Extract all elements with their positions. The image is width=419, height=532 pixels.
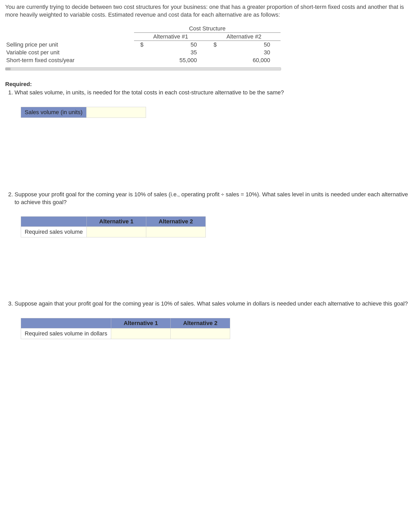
group-header: Cost Structure — [134, 25, 281, 33]
q2-input-alt1[interactable] — [87, 227, 146, 237]
currency-symbol: $ — [134, 41, 154, 49]
q3-input-alt1[interactable] — [111, 328, 170, 339]
question-3: Suppose again that your profit goal for … — [15, 300, 414, 308]
cost-structure-table: Cost Structure Alternative #1 Alternativ… — [5, 25, 281, 64]
question-1: What sales volume, in units, is needed f… — [15, 89, 414, 96]
cell-value: 35 — [154, 49, 207, 56]
required-heading: Required: — [5, 81, 414, 88]
q3-row-label: Required sales volume in dollars — [21, 328, 111, 339]
currency-symbol — [134, 49, 154, 56]
q3-answer-table: Alternative 1 Alternative 2 Required sal… — [21, 318, 230, 339]
cell-value: 50 — [228, 41, 281, 49]
row-label: Variable cost per unit — [5, 49, 134, 56]
q3-input-alt2[interactable] — [170, 328, 230, 339]
q2-input-alt2[interactable] — [146, 227, 205, 237]
q2-row-label: Required sales volume — [21, 227, 87, 237]
scrollbar-thumb[interactable] — [5, 68, 11, 70]
currency-symbol — [207, 49, 228, 56]
q1-input[interactable] — [86, 107, 146, 118]
col-header-2: Alternative #2 — [207, 33, 281, 41]
col-header-1: Alternative #1 — [134, 33, 207, 41]
table-row: Short-term fixed costs/year 55,000 60,00… — [5, 56, 281, 64]
currency-symbol — [207, 56, 228, 64]
table-row: Selling price per unit $ 50 $ 50 — [5, 41, 281, 49]
table-row: Variable cost per unit 35 30 — [5, 49, 281, 56]
row-label: Short-term fixed costs/year — [5, 56, 134, 64]
horizontal-scrollbar[interactable] — [5, 67, 281, 70]
q3-col-header-1: Alternative 1 — [111, 318, 170, 328]
q1-answer-table: Sales volume (in units) — [21, 107, 146, 118]
q2-col-header-1: Alternative 1 — [87, 217, 146, 227]
q3-col-header-2: Alternative 2 — [170, 318, 230, 328]
cell-value: 50 — [154, 41, 207, 49]
cell-value: 30 — [228, 49, 281, 56]
question-2: Suppose your profit goal for the coming … — [15, 191, 414, 206]
q2-col-header-2: Alternative 2 — [146, 217, 205, 227]
intro-paragraph: You are currently trying to decide betwe… — [5, 3, 414, 18]
row-label: Selling price per unit — [5, 41, 134, 49]
cell-value: 55,000 — [154, 56, 207, 64]
cell-value: 60,000 — [228, 56, 281, 64]
currency-symbol: $ — [207, 41, 228, 49]
q2-answer-table: Alternative 1 Alternative 2 Required sal… — [21, 216, 206, 237]
q1-row-label: Sales volume (in units) — [21, 107, 87, 118]
currency-symbol — [134, 56, 154, 64]
